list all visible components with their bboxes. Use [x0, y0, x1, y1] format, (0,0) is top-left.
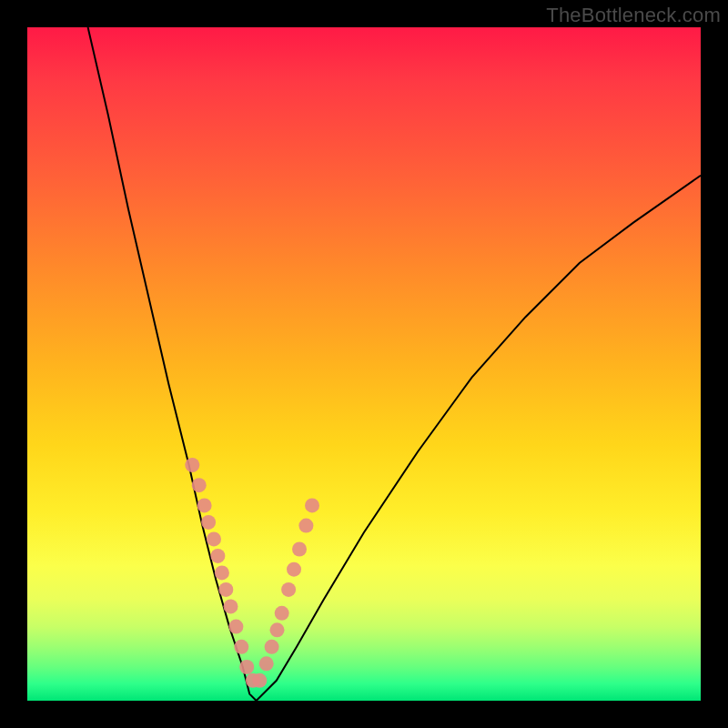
- marker-dot: [265, 640, 279, 654]
- marker-dot: [252, 673, 267, 688]
- marker-dot: [259, 656, 274, 671]
- marker-dot: [197, 498, 212, 512]
- marker-dot: [239, 660, 254, 674]
- chart-overlay: [27, 27, 701, 701]
- marker-dot: [192, 478, 207, 492]
- marker-dot: [218, 582, 233, 597]
- plot-frame: [27, 27, 701, 701]
- marker-dot: [287, 562, 301, 577]
- marker-dots: [185, 458, 319, 688]
- watermark-text: TheBottleneck.com: [546, 4, 721, 27]
- right-branch-curve: [257, 176, 701, 701]
- marker-dot: [275, 606, 289, 621]
- marker-dot: [298, 519, 313, 533]
- marker-dot: [270, 622, 285, 637]
- marker-dot: [224, 599, 238, 613]
- marker-dot: [292, 542, 307, 557]
- marker-dot: [305, 498, 319, 512]
- marker-dot: [201, 515, 216, 530]
- marker-dot: [281, 582, 296, 597]
- marker-dot: [185, 458, 199, 472]
- marker-dot: [210, 549, 225, 563]
- marker-dot: [234, 640, 248, 654]
- marker-dot: [207, 531, 221, 546]
- marker-dot: [228, 620, 243, 634]
- marker-dot: [215, 565, 229, 580]
